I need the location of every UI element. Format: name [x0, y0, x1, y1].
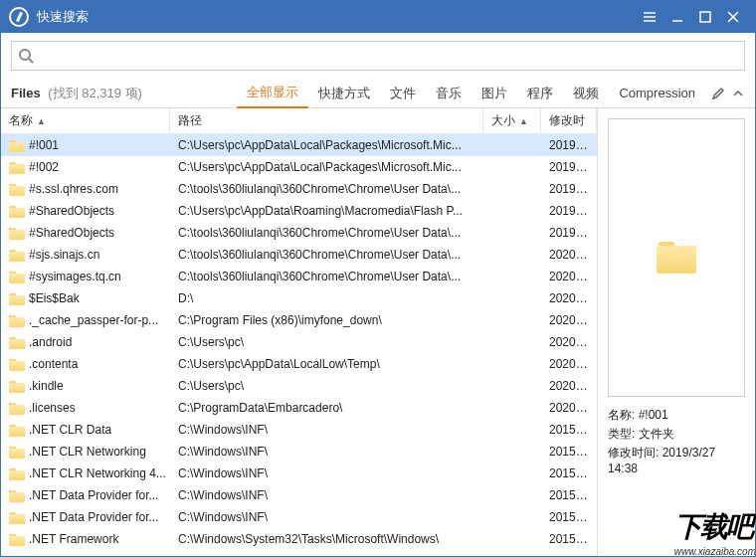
search-input[interactable] — [40, 49, 738, 64]
tab-all[interactable]: 全部显示 — [237, 79, 308, 108]
table-row[interactable]: .contentaC:\Users\pc\AppData\LocalLow\Te… — [1, 353, 597, 375]
minimize-button[interactable] — [663, 1, 691, 33]
close-button[interactable] — [719, 1, 747, 33]
cell-path: C:\Windows\INF\ — [170, 488, 483, 502]
cell-date: 2020/8/ — [541, 313, 597, 327]
cell-path: C:\Users\pc\AppData\Local\Packages\Micro… — [170, 160, 483, 174]
folder-icon — [9, 139, 25, 152]
file-rows[interactable]: #!001C:\Users\pc\AppData\Local\Packages\… — [1, 134, 597, 556]
cell-date: 2019/3/ — [541, 138, 597, 152]
cell-date: 2020/8/ — [541, 335, 597, 349]
tab-music[interactable]: 音乐 — [426, 79, 472, 107]
table-row[interactable]: #!001C:\Users\pc\AppData\Local\Packages\… — [1, 134, 597, 156]
cell-path: C:\Users\pc\AppData\Local\Packages\Micro… — [170, 138, 483, 152]
folder-icon — [9, 555, 25, 557]
table-row[interactable]: #s.ssl.qhres.comC:\tools\360liulanqi\360… — [1, 178, 597, 200]
col-header-path[interactable]: 路径 — [170, 108, 483, 133]
app-logo-icon — [9, 7, 29, 27]
cell-name: ._cache_passper-for-p... — [1, 313, 170, 327]
search-box[interactable] — [11, 41, 745, 71]
tab-program[interactable]: 程序 — [517, 79, 563, 107]
cell-path: C:\Windows\INF\ — [170, 554, 483, 556]
col-header-size[interactable]: 大小▲ — [483, 108, 541, 133]
tab-video[interactable]: 视频 — [563, 79, 609, 107]
cell-date: 2019/5/ — [541, 182, 597, 196]
cell-path: C:\tools\360liulanqi\360Chrome\Chrome\Us… — [170, 182, 483, 196]
table-row[interactable]: .NET CLR Networking 4...C:\Windows\INF\2… — [1, 463, 597, 484]
table-row[interactable]: .kindleC:\Users\pc\2020/9/ — [1, 375, 597, 397]
table-row[interactable]: .NET CLR NetworkingC:\Windows\INF\2015/8… — [1, 441, 597, 463]
table-row[interactable]: .NETFrameworkC:\Windows\INF\2015/8/ — [1, 550, 597, 556]
preview-pane: 名称: #!001 类型: 文件夹 修改时间: 2019/3/27 14:38 — [598, 108, 755, 556]
cell-date: 2019/5/ — [541, 226, 597, 240]
column-headers: 名称▲ 路径 大小▲ 修改时 — [1, 108, 597, 134]
folder-icon — [9, 489, 25, 502]
tab-compression[interactable]: Compression — [609, 79, 705, 107]
preview-name: 名称: #!001 — [608, 407, 745, 424]
cell-path: C:\Users\pc\AppData\Roaming\Macromedia\F… — [170, 204, 483, 218]
menu-button[interactable] — [636, 1, 663, 33]
table-row[interactable]: #SharedObjectsC:\Users\pc\AppData\Roamin… — [1, 200, 597, 222]
cell-date: 2020/8/ — [541, 248, 597, 262]
folder-icon — [9, 336, 25, 349]
folder-icon — [9, 467, 25, 480]
content-area: 名称▲ 路径 大小▲ 修改时 #!001C:\Users\pc\AppData\… — [1, 108, 755, 556]
cell-date: 2020/8/ — [541, 270, 597, 283]
edit-icon[interactable] — [711, 87, 725, 100]
cell-date: 2015/8/ — [541, 510, 597, 524]
table-row[interactable]: .licensesC:\ProgramData\Embarcadero\2020… — [1, 397, 597, 419]
results-count: (找到 82,319 项) — [48, 86, 142, 100]
tab-file[interactable]: 文件 — [380, 79, 426, 107]
cell-date: 2020/8/ — [541, 401, 597, 415]
table-row[interactable]: #sysimages.tq.cnC:\tools\360liulanqi\360… — [1, 266, 597, 287]
table-row[interactable]: .NET CLR DataC:\Windows\INF\2015/8/ — [1, 419, 597, 441]
search-bar — [1, 33, 755, 79]
tab-image[interactable]: 图片 — [472, 79, 517, 107]
folder-icon — [9, 227, 25, 240]
tab-shortcut[interactable]: 快捷方式 — [308, 79, 380, 107]
cell-name: #!001 — [1, 138, 170, 152]
table-row[interactable]: .NET Data Provider for...C:\Windows\INF\… — [1, 484, 597, 506]
cell-path: C:\Users\pc\ — [170, 335, 483, 349]
svg-rect-0 — [700, 12, 710, 22]
cell-date: 2015/8/ — [541, 488, 597, 502]
cell-path: D:\ — [170, 291, 483, 305]
col-header-date[interactable]: 修改时 — [541, 108, 597, 133]
table-row[interactable]: .NET FrameworkC:\Windows\System32\Tasks\… — [1, 528, 597, 550]
sort-asc-icon: ▲ — [519, 116, 528, 126]
preview-modified: 修改时间: 2019/3/27 14:38 — [608, 445, 745, 475]
maximize-button[interactable] — [691, 1, 719, 33]
cell-name: .NET CLR Data — [1, 423, 170, 437]
cell-name: #sysimages.tq.cn — [1, 270, 170, 283]
cell-path: C:\Windows\INF\ — [170, 445, 483, 459]
search-icon — [18, 48, 34, 64]
cell-name: .NET Data Provider for... — [1, 510, 170, 524]
table-row[interactable]: #SharedObjectsC:\tools\360liulanqi\360Ch… — [1, 222, 597, 244]
cell-path: C:\tools\360liulanqi\360Chrome\Chrome\Us… — [170, 248, 483, 262]
chevron-up-icon[interactable] — [731, 87, 745, 100]
cell-name: .contenta — [1, 357, 170, 371]
folder-icon — [9, 183, 25, 196]
filter-tabbar: Files (找到 82,319 项) 全部显示 快捷方式 文件 音乐 图片 程… — [1, 79, 755, 108]
cell-date: 2019/5/ — [541, 204, 597, 218]
results-summary: Files (找到 82,319 项) — [11, 85, 142, 102]
table-row[interactable]: $Eis$BakD:\2020/9/ — [1, 287, 597, 309]
preview-type: 类型: 文件夹 — [608, 426, 745, 443]
folder-icon — [9, 511, 25, 524]
cell-path: C:\tools\360liulanqi\360Chrome\Chrome\Us… — [170, 226, 483, 240]
cell-name: $Eis$Bak — [1, 291, 170, 305]
cell-date: 2015/8/ — [541, 532, 597, 546]
table-row[interactable]: #sjs.sinajs.cnC:\tools\360liulanqi\360Ch… — [1, 244, 597, 266]
cell-path: C:\Windows\INF\ — [170, 423, 483, 437]
window-title: 快速搜索 — [37, 8, 636, 26]
folder-icon — [9, 205, 25, 218]
preview-thumbnail — [608, 118, 745, 397]
table-row[interactable]: .NET Data Provider for...C:\Windows\INF\… — [1, 506, 597, 528]
folder-icon — [9, 358, 25, 371]
folder-icon — [657, 242, 696, 274]
table-row[interactable]: ._cache_passper-for-p...C:\Program Files… — [1, 309, 597, 331]
folder-icon — [9, 161, 25, 174]
table-row[interactable]: .androidC:\Users\pc\2020/8/ — [1, 331, 597, 353]
col-header-name[interactable]: 名称▲ — [1, 108, 170, 133]
table-row[interactable]: #!002C:\Users\pc\AppData\Local\Packages\… — [1, 156, 597, 178]
